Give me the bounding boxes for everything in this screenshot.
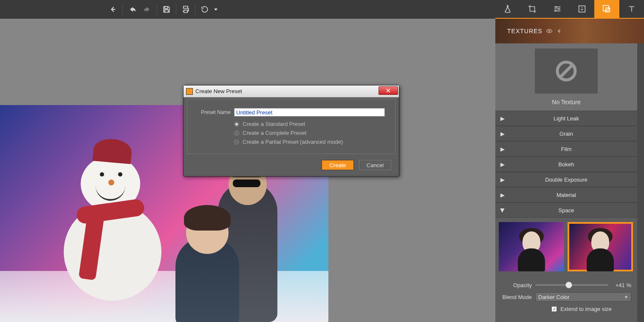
slider-knob[interactable]: [565, 282, 572, 288]
close-icon: [386, 88, 391, 93]
texture-thumb-2-selected[interactable]: [568, 222, 633, 271]
extend-checkbox[interactable]: ✓: [551, 306, 557, 312]
separator: [122, 4, 123, 14]
svg-point-2: [554, 10, 556, 12]
dialog-title: Create New Preset: [195, 88, 242, 94]
save-icon: [162, 5, 171, 14]
eye-icon[interactable]: [546, 28, 553, 34]
radio-icon: [234, 122, 239, 127]
opacity-slider[interactable]: [535, 284, 608, 286]
separator: [176, 4, 176, 14]
category-grain[interactable]: ▶Grain: [495, 126, 637, 141]
text-icon: [627, 4, 636, 14]
preset-name-label: Preset Name: [198, 109, 231, 115]
radio-icon: [234, 140, 239, 145]
undo-icon: [108, 5, 118, 14]
tab-textures[interactable]: [594, 0, 619, 18]
textures-icon: [602, 4, 611, 14]
category-space[interactable]: ▶Space: [495, 202, 637, 218]
category-film[interactable]: ▶Film: [495, 141, 637, 157]
radio-standard-preset[interactable]: Create a Standard Preset: [198, 121, 385, 127]
dialog-body: Preset Name Create a Standard Preset Cre…: [187, 99, 395, 154]
category-material[interactable]: ▶Material: [495, 187, 637, 202]
print-icon: [181, 5, 190, 14]
print-button[interactable]: [178, 2, 193, 17]
caret-down-icon: [214, 7, 218, 11]
separator: [157, 4, 157, 14]
arrow-right-icon: [143, 5, 152, 14]
space-thumbnails: [495, 218, 637, 276]
tab-sliders[interactable]: [545, 0, 570, 18]
radio-partial-preset[interactable]: Create a Partial Preset (advanced mode): [198, 139, 385, 145]
separator: [195, 4, 195, 14]
refresh-dropdown[interactable]: [212, 2, 219, 17]
panel-title: TEXTURES: [507, 28, 542, 34]
texture-controls: Opacity +41 % Blend Mode Darker Color ▼ …: [495, 276, 637, 318]
tab-frames[interactable]: [570, 0, 594, 18]
svg-rect-3: [579, 6, 585, 12]
panel-tabs: [495, 0, 644, 19]
history-back-button[interactable]: [124, 2, 140, 17]
crop-icon: [528, 4, 537, 14]
svg-point-6: [548, 30, 550, 31]
dialog-titlebar[interactable]: Create New Preset: [184, 85, 399, 97]
panel-body: No Texture ▶Light Leak ▶Grain ▶Film ▶Bok…: [495, 43, 637, 322]
chevron-right-icon: ▶: [500, 177, 505, 183]
category-light-leak[interactable]: ▶Light Leak: [495, 111, 637, 126]
frame-icon: [577, 4, 587, 14]
chevron-right-icon: ▶: [500, 115, 505, 122]
right-panel: TEXTURES No Texture ▶Light Leak ▶Grain ▶…: [495, 0, 644, 322]
flask-icon: [503, 4, 512, 14]
dialog-buttons: Create Cancel: [185, 156, 397, 174]
create-button[interactable]: Create: [322, 160, 354, 170]
refresh-button[interactable]: [197, 2, 212, 17]
history-forward-button[interactable]: [140, 2, 155, 17]
texture-thumb-1[interactable]: [499, 222, 564, 271]
no-texture-block: No Texture: [495, 43, 637, 111]
opacity-value: +41 %: [612, 282, 631, 288]
cancel-button[interactable]: Cancel: [359, 160, 391, 170]
panel-subheader: TEXTURES: [495, 19, 644, 43]
no-texture-label: No Texture: [552, 99, 580, 105]
tab-text[interactable]: [619, 0, 644, 18]
blend-mode-label: Blend Mode: [501, 294, 532, 300]
reset-icon[interactable]: [556, 28, 563, 34]
svg-point-0: [555, 6, 557, 8]
extend-label: Extend to image size: [560, 306, 612, 312]
no-texture-thumb[interactable]: [535, 48, 598, 94]
chevron-right-icon: ▶: [500, 192, 505, 198]
dialog-close-button[interactable]: [378, 86, 398, 95]
panel-scrollbar[interactable]: [637, 43, 644, 322]
caret-down-icon: ▼: [624, 295, 628, 299]
create-preset-dialog: Create New Preset Preset Name Create a S…: [183, 85, 399, 177]
chevron-down-icon: ▶: [500, 208, 506, 212]
chevron-right-icon: ▶: [500, 146, 505, 152]
chevron-right-icon: ▶: [500, 161, 505, 168]
tab-adjust[interactable]: [495, 0, 520, 18]
category-double-exposure[interactable]: ▶Double Exposure: [495, 172, 637, 187]
category-bokeh[interactable]: ▶Bokeh: [495, 157, 637, 172]
blend-mode-select[interactable]: Darker Color ▼: [535, 292, 631, 302]
sliders-icon: [553, 4, 562, 14]
save-button[interactable]: [159, 2, 174, 17]
undo-button[interactable]: [105, 2, 121, 17]
refresh-icon: [201, 5, 209, 14]
preset-name-input[interactable]: [234, 108, 385, 117]
no-icon: [554, 59, 578, 83]
blend-mode-value: Darker Color: [538, 294, 570, 300]
radio-icon: [234, 131, 239, 136]
arrow-left-icon: [128, 5, 136, 14]
chevron-right-icon: ▶: [500, 131, 505, 137]
tab-crop[interactable]: [520, 0, 545, 18]
app-icon: [186, 88, 193, 95]
svg-point-1: [558, 8, 560, 10]
opacity-label: Opacity: [501, 282, 532, 288]
radio-complete-preset[interactable]: Create a Complete Preset: [198, 130, 385, 136]
